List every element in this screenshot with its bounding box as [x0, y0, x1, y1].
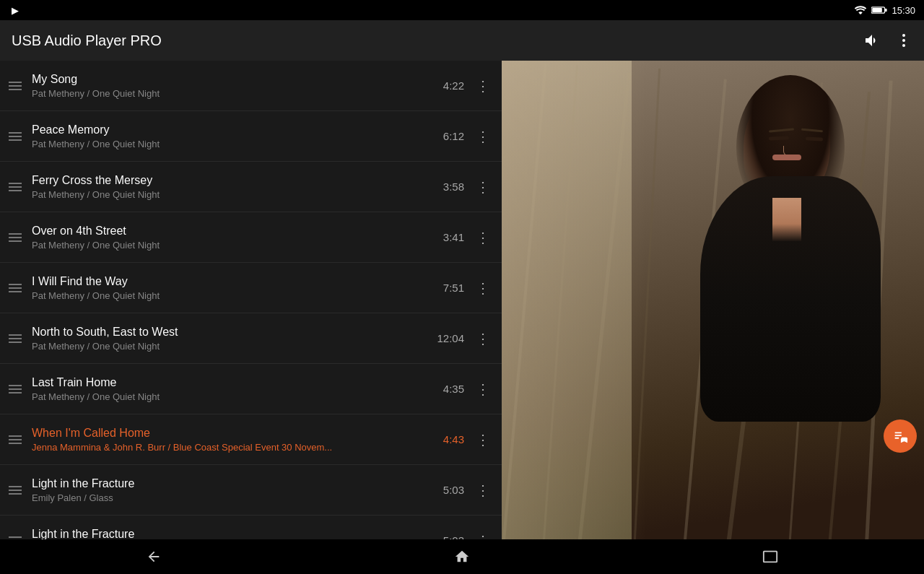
track-info: Ferry Cross the Mersey Pat Metheny / One…	[32, 174, 443, 200]
track-item[interactable]: Over on 4th Street Pat Metheny / One Qui…	[0, 212, 502, 263]
status-time: 15:30	[892, 5, 915, 16]
track-info: When I'm Called Home Jenna Mammina & Joh…	[32, 427, 443, 453]
track-subtitle: Pat Metheny / One Quiet Night	[32, 341, 437, 352]
track-subtitle: Jenna Mammina & John R. Burr / Blue Coas…	[32, 442, 443, 453]
drag-handle	[9, 435, 22, 444]
svg-point-3	[902, 34, 905, 37]
track-duration: 5:03	[443, 484, 464, 496]
drag-handle	[9, 284, 22, 292]
track-duration: 3:41	[443, 231, 464, 243]
track-info: Over on 4th Street Pat Metheny / One Qui…	[32, 225, 443, 251]
playlist-fab[interactable]	[884, 419, 917, 453]
track-subtitle: Emily Palen / Glass	[32, 492, 443, 503]
battery-icon	[871, 6, 887, 14]
track-info: North to South, East to West Pat Metheny…	[32, 326, 437, 352]
track-more-button[interactable]: ⋮	[473, 378, 493, 401]
drag-handle	[9, 536, 22, 540]
track-info: Last Train Home Pat Metheny / One Quiet …	[32, 376, 443, 402]
track-duration: 6:12	[443, 130, 464, 142]
svg-point-4	[902, 39, 905, 42]
track-title: My Song	[32, 73, 443, 86]
track-subtitle: Pat Metheny / One Quiet Night	[32, 391, 443, 402]
track-list[interactable]: My Song Pat Metheny / One Quiet Night 4:…	[0, 61, 502, 539]
app-title: USB Audio Player PRO	[12, 32, 852, 49]
svg-rect-6	[763, 552, 776, 562]
track-duration: 4:35	[443, 383, 464, 395]
track-subtitle: Pat Metheny / One Quiet Night	[32, 88, 443, 99]
track-title: North to South, East to West	[32, 326, 437, 339]
track-info: Light in the Fracture Emily Palen / Glas…	[32, 528, 443, 540]
track-item[interactable]: Last Train Home Pat Metheny / One Quiet …	[0, 364, 502, 414]
track-duration: 7:51	[443, 282, 464, 294]
album-art	[502, 61, 924, 539]
track-item[interactable]: My Song Pat Metheny / One Quiet Night 4:…	[0, 61, 502, 111]
track-more-button[interactable]: ⋮	[473, 529, 493, 540]
track-item[interactable]: North to South, East to West Pat Metheny…	[0, 313, 502, 364]
track-title: Over on 4th Street	[32, 225, 443, 238]
svg-rect-1	[873, 8, 883, 12]
nav-bar	[0, 539, 924, 574]
track-title: Light in the Fracture	[32, 477, 443, 490]
drag-handle	[9, 183, 22, 191]
track-more-button[interactable]: ⋮	[473, 277, 493, 300]
track-info: I Will Find the Way Pat Metheny / One Qu…	[32, 275, 443, 301]
track-item[interactable]: When I'm Called Home Jenna Mammina & Joh…	[0, 414, 502, 465]
drag-handle	[9, 385, 22, 393]
track-info: Light in the Fracture Emily Palen / Glas…	[32, 477, 443, 503]
track-duration: 5:03	[443, 534, 464, 539]
drag-handle	[9, 334, 22, 343]
drag-handle	[9, 486, 22, 495]
track-title: Ferry Cross the Mersey	[32, 174, 443, 187]
track-more-button[interactable]: ⋮	[473, 74, 493, 97]
track-more-button[interactable]: ⋮	[473, 175, 493, 199]
svg-point-5	[902, 44, 905, 47]
toolbar-icons	[863, 32, 912, 49]
play-status-icon: ▶	[12, 5, 19, 16]
track-title: Light in the Fracture	[32, 528, 443, 540]
toolbar: USB Audio Player PRO	[0, 20, 924, 61]
track-title: Last Train Home	[32, 376, 443, 389]
recents-button[interactable]	[762, 549, 778, 565]
track-subtitle: Pat Metheny / One Quiet Night	[32, 189, 443, 200]
track-subtitle: Pat Metheny / One Quiet Night	[32, 290, 443, 301]
track-more-button[interactable]: ⋮	[473, 327, 493, 350]
track-duration: 4:22	[443, 79, 464, 92]
wifi-icon	[854, 5, 867, 15]
track-item[interactable]: I Will Find the Way Pat Metheny / One Qu…	[0, 263, 502, 313]
track-item[interactable]: Light in the Fracture Emily Palen / Glas…	[0, 465, 502, 516]
drag-handle	[9, 82, 22, 90]
track-title: I Will Find the Way	[32, 275, 443, 288]
main-content: My Song Pat Metheny / One Quiet Night 4:…	[0, 61, 924, 539]
status-icons: 15:30	[854, 5, 915, 16]
track-item[interactable]: Peace Memory Pat Metheny / One Quiet Nig…	[0, 111, 502, 162]
volume-button[interactable]	[863, 32, 881, 49]
track-title: When I'm Called Home	[32, 427, 443, 440]
track-subtitle: Pat Metheny / One Quiet Night	[32, 139, 443, 149]
svg-rect-2	[885, 9, 887, 12]
track-item[interactable]: Light in the Fracture Emily Palen / Glas…	[0, 516, 502, 539]
track-more-button[interactable]: ⋮	[473, 479, 493, 502]
more-options-button[interactable]	[895, 32, 912, 49]
track-subtitle: Pat Metheny / One Quiet Night	[32, 240, 443, 251]
track-duration: 12:04	[437, 332, 464, 344]
drag-handle	[9, 233, 22, 242]
track-info: My Song Pat Metheny / One Quiet Night	[32, 73, 443, 99]
track-more-button[interactable]: ⋮	[473, 428, 493, 451]
track-item[interactable]: Ferry Cross the Mersey Pat Metheny / One…	[0, 162, 502, 212]
drag-handle	[9, 132, 22, 141]
status-bar: ▶ 15:30	[0, 0, 924, 20]
track-info: Peace Memory Pat Metheny / One Quiet Nig…	[32, 123, 443, 149]
track-duration: 4:43	[443, 433, 464, 445]
back-button[interactable]	[146, 549, 162, 565]
track-more-button[interactable]: ⋮	[473, 226, 493, 249]
now-playing-panel: When I'm Called Home by Jenna Mammina & …	[502, 61, 924, 539]
home-button[interactable]	[454, 549, 470, 565]
track-title: Peace Memory	[32, 123, 443, 136]
track-more-button[interactable]: ⋮	[473, 125, 493, 148]
track-duration: 3:58	[443, 181, 464, 193]
